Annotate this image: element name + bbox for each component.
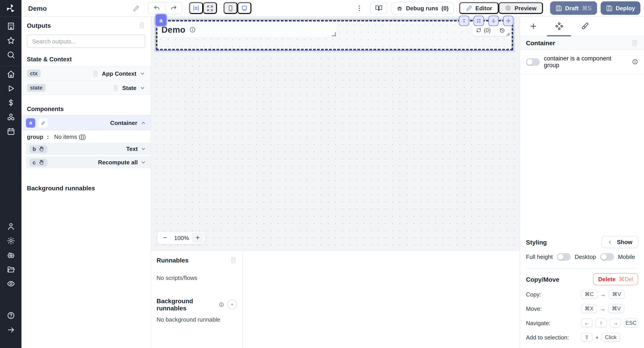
sidebar-item-workspace[interactable] [4,21,18,31]
component-group-toggle-row: container is a component group [520,50,644,74]
output-row-state[interactable]: state State [22,81,151,95]
sidebar-item-resources[interactable] [4,112,18,122]
sidebar-item-folders[interactable] [4,264,18,274]
text-component[interactable]: Demo [158,22,337,37]
tab-component-settings-icon[interactable] [546,17,572,36]
full-height-toggle[interactable] [557,253,571,261]
more-menu-icon[interactable] [353,4,366,12]
anchor-handle-icon[interactable] [488,16,499,26]
component-row-text[interactable]: b Text [26,143,151,155]
output-row-ctx[interactable]: ctx App Context [22,66,151,81]
move-handle-icon[interactable] [503,16,514,26]
sidebar-item-home[interactable] [4,69,18,79]
edit-id-pencil-icon[interactable] [38,118,48,127]
delete-button[interactable]: Delete ⌘Del [593,273,638,285]
chevron-down-icon[interactable] [140,146,146,152]
history-cell[interactable] [494,25,510,36]
zoom-out-button[interactable]: − [159,233,171,242]
draft-shortcut: ⌘S [582,5,592,12]
outputs-panel: Outputs State & Context ctx App Context … [22,17,151,348]
add-background-runnable-button[interactable] [227,300,237,309]
debug-runs-count: (0) [442,5,448,12]
component-group-toggle[interactable] [526,58,540,66]
runnables-panel: Runnables No scripts/flows Background ru… [151,250,520,348]
sidebar-item-help[interactable] [4,310,18,320]
redo-button[interactable] [165,2,182,14]
sidebar-expand-icon[interactable] [4,325,18,334]
tab-styling-icon[interactable] [572,17,598,36]
sidebar-divider [0,66,22,66]
chevron-down-icon[interactable] [140,71,145,76]
doc-panel-icon[interactable] [631,39,638,46]
editor-preview-toggle: Editor Preview [458,1,544,15]
mobile-label: Mobile [618,254,635,260]
chevron-up-icon[interactable] [140,120,146,126]
device-toggle-group [222,1,252,15]
expand-down-handle-icon[interactable] [459,16,469,26]
canvas-zoom-control: − 100% + [157,231,205,245]
kbd-paste: ⌘V [608,304,624,313]
styling-section: Styling Show [520,232,644,248]
sidebar-item-search[interactable] [4,50,18,60]
zoom-in-button[interactable]: + [192,232,204,243]
sidebar-divider [0,17,22,17]
docs-book-icon[interactable] [370,2,387,14]
kbd-shift: ⇧ [581,333,592,342]
info-icon[interactable] [219,301,224,308]
search-outputs-input[interactable] [31,37,141,45]
doc-panel-icon[interactable] [230,257,237,264]
selected-container-component[interactable]: a (0) [154,18,515,52]
app-header: Demo Debug runs (0) Editor [22,0,644,17]
component-row-recompute[interactable]: c Recompute all [26,156,151,168]
center-panel-icon[interactable] [189,2,203,14]
fullscreen-icon[interactable] [203,2,217,14]
desktop-toggle[interactable] [600,253,614,261]
doc-panel-icon[interactable] [138,22,145,29]
resize-corner[interactable] [332,32,336,36]
draft-button[interactable]: Draft ⌘S [550,1,597,15]
component-inspector: Container container is a component group… [520,17,644,348]
copy-shortcut-row: Copy: ⌘C → ⌘V [526,289,638,300]
styling-toggles-row: Full height Desktop Mobile [526,253,638,269]
preview-eye-icon [505,5,512,11]
component-row-container[interactable]: a Container [22,115,151,130]
rename-pencil-icon[interactable] [130,4,142,12]
doc-icon [112,84,119,91]
sidebar-item-billing[interactable] [4,98,18,107]
sidebar-item-user[interactable] [4,221,18,231]
sidebar-item-audit[interactable] [4,279,18,288]
tab-insert-component-icon[interactable] [520,17,546,36]
editor-pencil-icon [466,5,472,11]
components-heading: Components [22,106,151,112]
tab-editor[interactable]: Editor [459,2,499,14]
chevron-down-icon[interactable] [140,159,146,165]
selection-handles [459,16,514,26]
chevron-down-icon[interactable] [140,85,145,91]
tab-preview[interactable]: Preview [499,2,543,14]
undo-button[interactable] [148,2,165,14]
app-window: Demo Debug runs (0) Editor [0,0,644,348]
deploy-label: Deploy [616,5,635,12]
refresh-cell[interactable]: (0) [472,25,494,36]
sidebar-item-favorites[interactable] [4,35,18,45]
debug-runs-button[interactable]: Debug runs (0) [391,2,454,14]
windmill-logo-icon[interactable] [0,0,22,17]
runnables-empty-label: No scripts/flows [156,275,237,281]
sidebar-item-settings[interactable] [4,236,18,245]
info-icon[interactable] [632,59,638,65]
info-icon[interactable] [189,27,196,33]
fullscreen-handle-icon[interactable] [474,16,484,26]
deploy-button[interactable]: Deploy [600,1,640,15]
desktop-view-icon[interactable] [237,2,251,14]
sidebar-item-runs[interactable] [4,83,18,93]
sidebar-item-schedules[interactable] [4,126,18,136]
component-c-badge: c [30,158,47,166]
component-a-badge: a [26,118,35,127]
kbd-left: ← [581,318,592,327]
styling-show-button[interactable]: Show [602,236,638,248]
kbd-click: Click [601,333,620,342]
app-canvas[interactable]: a (0) [151,17,520,250]
sidebar-item-workers[interactable] [4,250,18,260]
resize-corner[interactable] [507,33,510,35]
mobile-view-icon[interactable] [224,2,237,14]
